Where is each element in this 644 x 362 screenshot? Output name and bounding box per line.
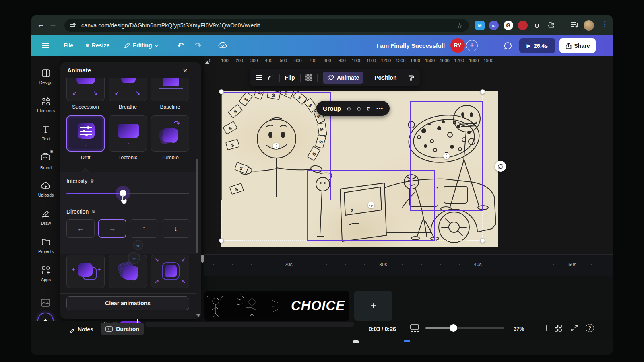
transition-toggle-button[interactable]: ↔ <box>128 252 140 264</box>
direction-up-button[interactable]: ↑ <box>130 219 158 238</box>
resize-handle-bottom-left[interactable] <box>219 238 224 243</box>
direction-right-button-selected[interactable]: → <box>98 219 126 238</box>
url-bar[interactable]: canva.com/design/DAGhm6nmPkQ/yp5tSXmyFI0… <box>64 19 469 32</box>
add-page-button[interactable]: + <box>354 291 392 321</box>
direction-down-button[interactable]: ↓ <box>162 219 190 238</box>
zoom-level-value[interactable]: 37% <box>514 326 524 332</box>
site-settings-icon[interactable] <box>70 23 76 28</box>
document-title[interactable]: I am Finally Successfull <box>377 35 445 56</box>
move-handle-car-scene[interactable] <box>368 202 374 208</box>
animation-style-tectonic[interactable]: → Tectonic <box>109 115 147 160</box>
editing-mode-button[interactable]: Editing <box>124 35 159 56</box>
flip-button[interactable]: Flip <box>285 74 295 81</box>
add-collaborator-button[interactable]: + <box>466 40 478 51</box>
photos-icon[interactable] <box>41 298 50 307</box>
sidebar-item-draw[interactable]: Draw <box>34 209 58 226</box>
group-button[interactable]: Group <box>323 105 341 112</box>
play-preview-button[interactable]: ▶ 26.4s <box>519 38 555 53</box>
sidebar-item-brand[interactable]: ♛ co Brand <box>34 152 58 170</box>
animate-panel-title: Animate <box>67 67 91 74</box>
resize-handle-bottom-right[interactable] <box>480 238 485 243</box>
move-handle-money-man[interactable] <box>273 143 279 149</box>
sidebar-item-uploads[interactable]: Uploads <box>34 181 58 197</box>
extensions-puzzle-icon[interactable] <box>547 21 555 30</box>
browser-back-icon[interactable]: ← <box>37 20 45 29</box>
ruler-value: 1300 <box>396 58 405 63</box>
share-button[interactable]: Share <box>559 38 596 53</box>
position-button[interactable]: Position <box>374 74 396 81</box>
trash-icon[interactable] <box>367 105 370 112</box>
media-playlist-icon[interactable] <box>570 21 578 29</box>
canvas-ruler: 0100200300400500600700800900100011001200… <box>204 57 613 66</box>
bookmark-star-icon[interactable]: ☆ <box>457 22 462 29</box>
more-options-button[interactable]: ••• <box>376 105 383 111</box>
pages-view-icon[interactable] <box>538 324 547 332</box>
text-weight-icon[interactable] <box>256 74 262 81</box>
undo-button[interactable]: ↶ <box>177 35 184 56</box>
sidebar-item-text[interactable]: Text <box>34 125 58 141</box>
panel-scrollbar[interactable] <box>196 159 198 253</box>
fullscreen-icon[interactable] <box>570 324 578 332</box>
extension-m-icon[interactable]: M <box>475 21 485 30</box>
zoom-slider-thumb[interactable] <box>450 324 457 332</box>
user-avatar[interactable]: RY <box>450 38 465 53</box>
animation-style-drift-selected[interactable]: → Drift <box>66 115 105 160</box>
resize-handle-top-left[interactable] <box>219 89 224 94</box>
copy-style-roller-icon[interactable] <box>407 74 414 82</box>
main-menu-button[interactable] <box>42 35 49 56</box>
sidebar-item-projects[interactable]: Projects <box>34 237 58 254</box>
file-menu-button[interactable]: File <box>64 35 73 56</box>
folder-icon <box>41 237 51 247</box>
extension-grammarly-icon[interactable]: G <box>504 21 513 30</box>
duplicate-icon[interactable] <box>357 105 361 112</box>
duration-button[interactable]: Duration <box>101 323 144 335</box>
clear-animations-button[interactable]: Clear animations <box>66 296 189 310</box>
animate-button-active[interactable]: Animate <box>323 72 363 84</box>
pencil-icon <box>124 42 130 49</box>
browser-profile-avatar[interactable] <box>584 20 594 31</box>
animation-style-pop[interactable]: ✦ ✦ <box>66 255 105 288</box>
insights-button[interactable] <box>482 39 496 52</box>
timeline-ruler[interactable]: 20s30s40s50s <box>204 254 613 276</box>
timeline-scrollbar-nub[interactable] <box>201 255 204 263</box>
extension-u-icon[interactable]: U <box>532 21 542 30</box>
transition-toggle-button[interactable]: ↔ <box>133 240 143 250</box>
extension-red-icon[interactable] <box>518 21 528 30</box>
cloud-save-icon <box>218 41 228 50</box>
animation-style-scrapbook[interactable] <box>109 255 147 288</box>
extension-iq-icon[interactable]: IQ <box>489 21 499 30</box>
redo-button[interactable]: ↷ <box>195 35 202 56</box>
page-thumbnail-strip[interactable]: CHOICE <box>204 291 349 321</box>
browser-menu-icon[interactable]: ⋮ <box>601 20 608 28</box>
sidebar-item-apps[interactable]: Apps <box>34 265 58 282</box>
notes-button[interactable]: Notes <box>66 326 93 333</box>
resize-button[interactable]: ♛ Resize <box>85 35 109 56</box>
animation-style-succession[interactable]: ↙↘ Succession <box>66 78 105 110</box>
sidebar-item-elements[interactable]: Elements <box>34 97 58 113</box>
text-icon <box>41 125 51 134</box>
lock-icon[interactable] <box>347 105 351 112</box>
comments-button[interactable] <box>501 39 515 52</box>
ruler-value: 800 <box>324 58 331 63</box>
direction-left-button[interactable]: ← <box>66 219 95 238</box>
animation-style-tumble[interactable]: ↷ Tumble <box>151 115 189 160</box>
transparency-icon[interactable] <box>305 74 312 81</box>
browser-forward-icon[interactable]: → <box>49 20 57 29</box>
help-button[interactable]: ? <box>586 324 594 332</box>
browser-divider <box>564 21 564 30</box>
resize-handle-top-right[interactable] <box>480 89 485 94</box>
animation-style-baseline[interactable]: Baseline <box>151 78 189 110</box>
animation-style-zoom[interactable]: ↘↙ ↗↖ <box>151 255 189 288</box>
animation-style-breathe[interactable]: ↙↘ Breathe <box>109 78 147 110</box>
timeline-view-icon[interactable] <box>410 324 419 332</box>
close-panel-button[interactable]: ✕ <box>180 66 190 76</box>
corner-curve-icon[interactable] <box>268 74 274 81</box>
rotate-handle[interactable] <box>495 161 506 172</box>
grid-view-icon[interactable] <box>554 324 562 332</box>
sidebar-item-design[interactable]: Design <box>34 68 58 85</box>
ruler-value: 100 <box>221 58 228 63</box>
timeline-time-label: 30s <box>379 262 387 267</box>
ruler-value: 900 <box>338 58 345 63</box>
scroll-down-arrow[interactable] <box>196 314 200 317</box>
move-handle-pizza-man[interactable] <box>443 153 450 159</box>
